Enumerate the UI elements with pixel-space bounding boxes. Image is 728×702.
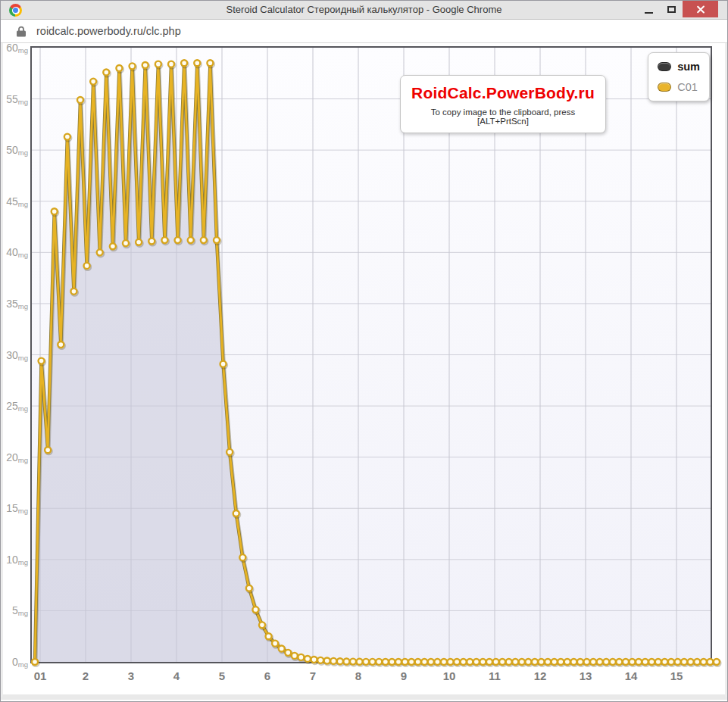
data-point	[311, 657, 317, 663]
page-content: 0mg5mg10mg15mg20mg25mg30mg35mg40mg45mg50…	[1, 43, 727, 700]
data-point	[32, 659, 38, 665]
data-point	[142, 62, 148, 68]
data-point	[39, 358, 45, 364]
x-tick-label: 2	[69, 669, 102, 682]
y-tick-label: 35mg	[3, 297, 28, 310]
data-point	[636, 659, 642, 665]
x-tick-label: 5	[205, 669, 239, 682]
maximize-icon	[667, 6, 676, 13]
minimize-button[interactable]	[637, 1, 660, 17]
data-point	[317, 657, 323, 663]
data-point	[539, 659, 545, 665]
data-point	[610, 659, 616, 665]
chart-plot-area	[30, 46, 712, 663]
data-point	[714, 659, 720, 665]
data-point	[461, 659, 467, 665]
data-point	[298, 654, 304, 660]
data-point	[324, 658, 330, 664]
close-button[interactable]	[683, 1, 718, 17]
data-point	[77, 97, 83, 103]
data-point	[252, 607, 258, 613]
data-point	[227, 449, 233, 455]
y-tick-label: 40mg	[3, 245, 28, 259]
data-point	[389, 659, 395, 665]
y-tick-label: 30mg	[3, 348, 28, 362]
data-point	[707, 659, 713, 665]
browser-window: Steroid Calculator Стероидный калькулято…	[0, 0, 728, 702]
data-point	[603, 659, 609, 665]
data-point	[590, 659, 596, 665]
x-tick-label: 4	[160, 669, 193, 682]
data-point	[623, 659, 629, 665]
legend-item[interactable]: sum	[658, 61, 700, 73]
data-point	[272, 641, 278, 647]
data-point	[467, 659, 473, 665]
data-point	[694, 659, 700, 665]
data-point	[116, 65, 122, 71]
data-point	[558, 659, 564, 665]
x-tick-label: 6	[251, 669, 284, 682]
address-bar[interactable]: roidcalc.powerbody.ru/clc.php	[1, 20, 727, 43]
data-point	[441, 659, 447, 665]
data-point	[370, 659, 376, 665]
data-point	[630, 659, 636, 665]
data-point	[52, 208, 58, 214]
data-point	[564, 659, 570, 665]
data-point	[675, 659, 681, 665]
x-tick-label: 14	[614, 669, 648, 682]
window-titlebar[interactable]: Steroid Calculator Стероидный калькулято…	[1, 1, 727, 20]
data-point	[512, 659, 518, 665]
data-point	[90, 79, 96, 85]
data-point	[58, 342, 64, 348]
data-point	[220, 361, 227, 367]
data-point	[84, 263, 90, 269]
data-point	[688, 659, 694, 665]
data-point	[233, 510, 239, 516]
data-point	[207, 60, 213, 66]
data-point	[493, 659, 499, 665]
data-point	[64, 134, 70, 140]
watermark-title: RoidCalc.PowerBody.ru	[407, 84, 599, 102]
data-point	[136, 239, 142, 245]
maximize-button[interactable]	[660, 1, 683, 17]
data-point	[499, 659, 505, 665]
data-point	[148, 238, 155, 244]
minimize-icon	[645, 12, 653, 14]
window-title: Steroid Calculator Стероидный калькулято…	[1, 4, 727, 15]
data-point	[350, 659, 356, 665]
data-point	[525, 659, 531, 665]
data-point	[45, 447, 51, 453]
data-point	[279, 645, 285, 651]
x-tick-label: 11	[478, 669, 511, 682]
data-point	[357, 659, 363, 665]
x-tick-label: 15	[660, 669, 693, 682]
data-point	[130, 63, 136, 69]
data-point	[330, 658, 336, 664]
chart-canvas	[32, 48, 711, 662]
data-point	[110, 243, 116, 249]
data-point	[123, 240, 129, 246]
data-point	[648, 659, 655, 665]
legend-swatch	[658, 83, 671, 92]
data-point	[181, 60, 187, 66]
data-point	[577, 659, 583, 665]
data-point	[616, 659, 622, 665]
data-point	[421, 659, 427, 665]
x-tick-label: 01	[23, 669, 57, 682]
data-point	[701, 659, 707, 665]
window-controls	[637, 1, 718, 17]
data-point	[661, 659, 667, 665]
data-point	[239, 554, 245, 560]
y-tick-label: 10mg	[3, 553, 28, 566]
data-point	[292, 653, 298, 659]
watermark-subtitle: To copy image to the clipboard, press [A…	[407, 108, 599, 126]
y-tick-label: 60mg	[3, 41, 28, 55]
x-tick-label: 10	[433, 669, 466, 682]
data-point	[584, 659, 590, 665]
chart-legend: sumC01	[648, 52, 710, 101]
data-point	[681, 659, 687, 665]
legend-item[interactable]: C01	[658, 81, 700, 93]
data-point	[395, 659, 401, 665]
data-point	[168, 61, 174, 67]
data-point	[428, 659, 434, 665]
